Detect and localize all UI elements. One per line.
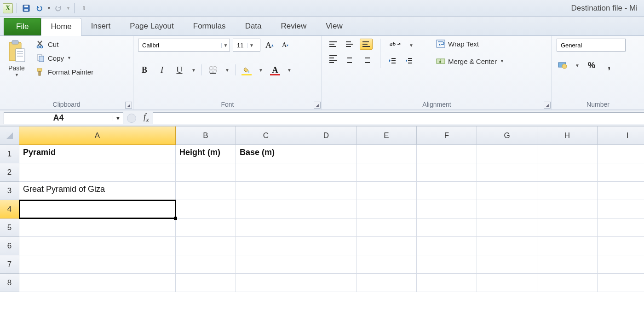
fx-insert-icon[interactable] (127, 114, 136, 123)
cell-h1[interactable] (537, 145, 598, 163)
merge-center-button[interactable]: a Merge & Center ▼ (434, 56, 506, 66)
app-icon-excel[interactable]: X (3, 3, 13, 13)
cell-a2[interactable] (19, 163, 176, 182)
col-header-a[interactable]: A (19, 126, 176, 145)
redo-dropdown-icon[interactable]: ▼ (66, 6, 70, 11)
cell-h2[interactable] (537, 163, 598, 182)
cell-f5[interactable] (417, 218, 477, 237)
font-color-button[interactable]: A (269, 63, 282, 76)
orientation-button[interactable]: ab↗ (386, 39, 404, 50)
cell-h5[interactable] (537, 218, 598, 237)
cell-g3[interactable] (477, 182, 537, 200)
cell-a1[interactable]: Pyramid (19, 145, 176, 163)
increase-font-icon[interactable]: A▴ (263, 39, 276, 52)
chevron-down-icon[interactable]: ▼ (221, 43, 230, 48)
col-header-c[interactable]: C (236, 126, 296, 145)
cell-f1[interactable] (417, 145, 477, 163)
cell-a4[interactable] (19, 200, 176, 218)
col-header-b[interactable]: B (176, 126, 236, 145)
align-left-button[interactable] (327, 53, 339, 64)
cell-a8[interactable] (19, 274, 176, 292)
cell-d4[interactable] (296, 200, 356, 218)
cell-f8[interactable] (417, 274, 477, 292)
cell-e1[interactable] (356, 145, 417, 163)
cell-g5[interactable] (477, 218, 537, 237)
cell-b4[interactable] (176, 200, 236, 218)
cell-e6[interactable] (356, 237, 417, 255)
cell-d1[interactable] (296, 145, 356, 163)
align-bottom-button[interactable] (360, 39, 373, 50)
percent-style-button[interactable]: % (585, 59, 598, 72)
decrease-font-icon[interactable]: A▾ (279, 39, 292, 52)
cell-g6[interactable] (477, 237, 537, 255)
undo-button[interactable] (34, 3, 45, 14)
cell-i7[interactable] (598, 255, 644, 274)
qat-customize-icon[interactable]: ⇩ (78, 3, 89, 14)
row-header-7[interactable]: 7 (0, 255, 19, 274)
cell-e5[interactable] (356, 218, 417, 237)
cell-e7[interactable] (356, 255, 417, 274)
cell-g7[interactable] (477, 255, 537, 274)
cell-d8[interactable] (296, 274, 356, 292)
dialog-launcher-icon[interactable]: ◢ (125, 102, 132, 109)
chevron-down-icon[interactable]: ▼ (190, 63, 197, 76)
cell-i5[interactable] (598, 218, 644, 237)
tab-page-layout[interactable]: Page Layout (120, 17, 183, 35)
increase-indent-button[interactable] (402, 55, 415, 66)
paste-button[interactable]: Paste ▼ (5, 39, 29, 78)
wrap-text-button[interactable]: Wrap Text (434, 39, 506, 49)
row-header-2[interactable]: 2 (0, 163, 19, 182)
cell-d2[interactable] (296, 163, 356, 182)
font-name-combo[interactable]: Calibri ▼ (138, 39, 230, 52)
cell-b8[interactable] (176, 274, 236, 292)
cell-g4[interactable] (477, 200, 537, 218)
cell-c7[interactable] (236, 255, 296, 274)
save-button[interactable] (21, 3, 32, 14)
fill-color-button[interactable] (240, 63, 253, 76)
cell-c4[interactable] (236, 200, 296, 218)
align-center-button[interactable] (343, 53, 356, 64)
cell-d5[interactable] (296, 218, 356, 237)
cell-h4[interactable] (537, 200, 598, 218)
col-header-f[interactable]: F (417, 126, 477, 145)
cell-b3[interactable] (176, 182, 236, 200)
tab-view[interactable]: View (316, 17, 352, 35)
cell-b5[interactable] (176, 218, 236, 237)
cell-b1[interactable]: Height (m) (176, 145, 236, 163)
cell-d6[interactable] (296, 237, 356, 255)
tab-insert[interactable]: Insert (81, 17, 121, 35)
cell-a7[interactable] (19, 255, 176, 274)
cell-f7[interactable] (417, 255, 477, 274)
cell-a3[interactable]: Great Pyramid of Giza (19, 182, 176, 200)
row-header-1[interactable]: 1 (0, 145, 19, 163)
comma-style-button[interactable]: , (603, 59, 615, 72)
italic-button[interactable]: I (155, 63, 168, 76)
cell-d7[interactable] (296, 255, 356, 274)
row-header-3[interactable]: 3 (0, 182, 19, 200)
cell-d3[interactable] (296, 182, 356, 200)
number-format-combo[interactable]: General (557, 39, 626, 52)
formula-input[interactable] (153, 112, 644, 124)
align-right-button[interactable] (360, 53, 373, 64)
copy-button[interactable]: Copy ▼ (34, 52, 95, 63)
cell-h8[interactable] (537, 274, 598, 292)
cell-c8[interactable] (236, 274, 296, 292)
chevron-down-icon[interactable]: ▼ (574, 59, 581, 72)
row-header-6[interactable]: 6 (0, 237, 19, 255)
cell-h7[interactable] (537, 255, 598, 274)
cell-b6[interactable] (176, 237, 236, 255)
align-top-button[interactable] (327, 39, 339, 50)
cell-i8[interactable] (598, 274, 644, 292)
col-header-e[interactable]: E (356, 126, 417, 145)
align-middle-button[interactable] (343, 39, 356, 50)
cell-e2[interactable] (356, 163, 417, 182)
cell-c6[interactable] (236, 237, 296, 255)
cell-g1[interactable] (477, 145, 537, 163)
cell-i3[interactable] (598, 182, 644, 200)
chevron-down-icon[interactable]: ▼ (408, 39, 414, 52)
cell-h6[interactable] (537, 237, 598, 255)
cell-a5[interactable] (19, 218, 176, 237)
cell-a6[interactable] (19, 237, 176, 255)
cell-e3[interactable] (356, 182, 417, 200)
cell-f2[interactable] (417, 163, 477, 182)
